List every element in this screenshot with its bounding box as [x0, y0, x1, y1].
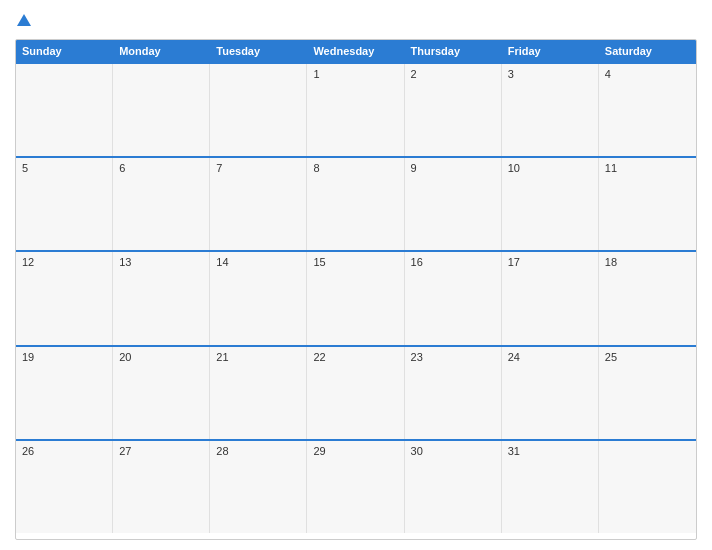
weekday-header-tuesday: Tuesday: [210, 40, 307, 62]
day-number: 14: [216, 256, 300, 268]
calendar-cell: 4: [599, 64, 696, 156]
calendar-cell: 22: [307, 347, 404, 439]
day-number: 8: [313, 162, 397, 174]
calendar-cell: 16: [405, 252, 502, 344]
calendar-week-2: 567891011: [16, 156, 696, 250]
calendar-cell: 17: [502, 252, 599, 344]
day-number: 19: [22, 351, 106, 363]
calendar-cell: 19: [16, 347, 113, 439]
calendar-cell: 28: [210, 441, 307, 533]
calendar-cell: 26: [16, 441, 113, 533]
calendar-cell: 21: [210, 347, 307, 439]
calendar-cell: [599, 441, 696, 533]
logo-blue-text: [15, 14, 31, 27]
calendar-cell: 1: [307, 64, 404, 156]
calendar-cell: [210, 64, 307, 156]
day-number: 5: [22, 162, 106, 174]
calendar-week-3: 12131415161718: [16, 250, 696, 344]
day-number: 23: [411, 351, 495, 363]
calendar-week-4: 19202122232425: [16, 345, 696, 439]
weekday-header-monday: Monday: [113, 40, 210, 62]
logo: [15, 14, 31, 27]
day-number: 21: [216, 351, 300, 363]
logo-triangle-icon: [17, 14, 31, 26]
calendar-cell: 5: [16, 158, 113, 250]
day-number: 12: [22, 256, 106, 268]
calendar-cell: 23: [405, 347, 502, 439]
day-number: 9: [411, 162, 495, 174]
calendar-cell: 10: [502, 158, 599, 250]
calendar-week-1: 1234: [16, 62, 696, 156]
day-number: 28: [216, 445, 300, 457]
day-number: 4: [605, 68, 690, 80]
day-number: 1: [313, 68, 397, 80]
day-number: 27: [119, 445, 203, 457]
weekday-header-sunday: Sunday: [16, 40, 113, 62]
day-number: 10: [508, 162, 592, 174]
calendar-cell: 30: [405, 441, 502, 533]
calendar-cell: 12: [16, 252, 113, 344]
calendar-cell: 3: [502, 64, 599, 156]
calendar-cell: 27: [113, 441, 210, 533]
weekday-header-wednesday: Wednesday: [307, 40, 404, 62]
calendar-weekday-header: SundayMondayTuesdayWednesdayThursdayFrid…: [16, 40, 696, 62]
day-number: 20: [119, 351, 203, 363]
calendar-cell: 29: [307, 441, 404, 533]
day-number: 26: [22, 445, 106, 457]
calendar-cell: 31: [502, 441, 599, 533]
calendar-cell: 13: [113, 252, 210, 344]
day-number: 22: [313, 351, 397, 363]
calendar-cell: 7: [210, 158, 307, 250]
day-number: 18: [605, 256, 690, 268]
weekday-header-friday: Friday: [502, 40, 599, 62]
day-number: 29: [313, 445, 397, 457]
day-number: 24: [508, 351, 592, 363]
day-number: 16: [411, 256, 495, 268]
day-number: 25: [605, 351, 690, 363]
calendar-cell: 18: [599, 252, 696, 344]
calendar-cell: 20: [113, 347, 210, 439]
weekday-header-thursday: Thursday: [405, 40, 502, 62]
calendar-body: 1234567891011121314151617181920212223242…: [16, 62, 696, 533]
weekday-header-saturday: Saturday: [599, 40, 696, 62]
day-number: 30: [411, 445, 495, 457]
day-number: 3: [508, 68, 592, 80]
day-number: 6: [119, 162, 203, 174]
calendar-cell: 6: [113, 158, 210, 250]
calendar-header-section: [15, 10, 697, 31]
day-number: 11: [605, 162, 690, 174]
calendar-cell: 14: [210, 252, 307, 344]
calendar-cell: 15: [307, 252, 404, 344]
calendar-cell: [113, 64, 210, 156]
calendar-cell: 24: [502, 347, 599, 439]
day-number: 17: [508, 256, 592, 268]
day-number: 7: [216, 162, 300, 174]
day-number: 13: [119, 256, 203, 268]
calendar-cell: 2: [405, 64, 502, 156]
calendar: SundayMondayTuesdayWednesdayThursdayFrid…: [15, 39, 697, 540]
day-number: 15: [313, 256, 397, 268]
day-number: 2: [411, 68, 495, 80]
calendar-cell: 11: [599, 158, 696, 250]
day-number: 31: [508, 445, 592, 457]
calendar-cell: 8: [307, 158, 404, 250]
calendar-cell: [16, 64, 113, 156]
calendar-week-5: 262728293031: [16, 439, 696, 533]
calendar-cell: 25: [599, 347, 696, 439]
calendar-cell: 9: [405, 158, 502, 250]
